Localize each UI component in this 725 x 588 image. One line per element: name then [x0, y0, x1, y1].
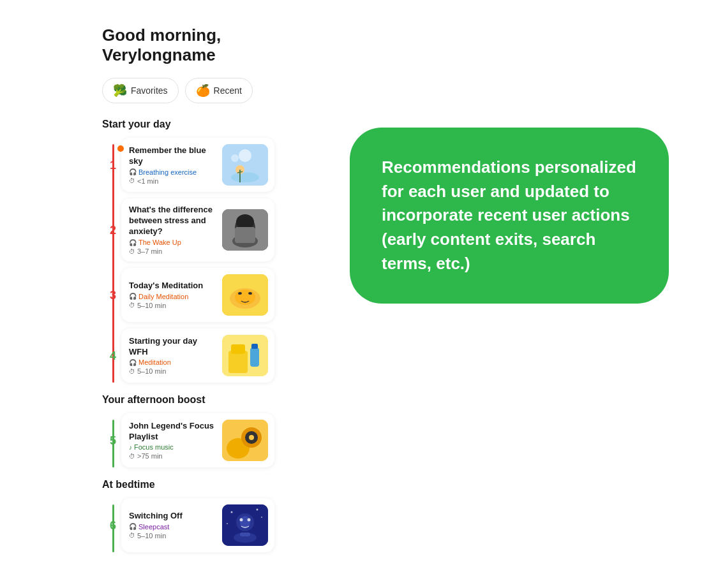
tag-label-1: Breathing exercise	[138, 168, 197, 176]
card-title-1: Remember the blue sky	[129, 145, 216, 167]
item-number-5: 5	[103, 434, 116, 447]
svg-point-31	[248, 518, 251, 522]
favorites-tab[interactable]: 🥦 Favorites	[102, 78, 179, 103]
at-bedtime-list: 6 Switching Off 🎧 Sleepcast ⏱ 5–10 min	[102, 498, 274, 552]
card-time-4: ⏱ 5–10 min	[129, 367, 216, 375]
item-number-4: 4	[103, 349, 116, 362]
bubble-text: Recommendations personalized for each us…	[382, 156, 637, 276]
clock-icon: ⏱	[129, 248, 135, 255]
right-panel: Recommendations personalized for each us…	[294, 0, 725, 329]
svg-rect-11	[235, 227, 255, 243]
card-thumb-1	[222, 144, 268, 186]
afternoon-boost-list: 5 John Legend's Focus Playlist ♪ Focus m…	[102, 413, 274, 467]
card-time-5: ⏱ >75 min	[129, 452, 216, 460]
svg-rect-19	[231, 344, 245, 354]
tag-label-3: Daily Meditation	[138, 293, 188, 300]
card-tag-4: 🎧 Meditation	[129, 358, 216, 366]
recent-label: Recent	[214, 85, 242, 96]
svg-point-2	[231, 154, 239, 162]
red-line	[112, 144, 114, 383]
card-title-3: Today's Meditation	[129, 281, 216, 291]
card-text-2: What's the difference between stress and…	[129, 205, 216, 255]
svg-point-37	[227, 523, 228, 524]
svg-point-26	[249, 435, 254, 440]
tag-label-4: Meditation	[138, 358, 171, 366]
tag-label-5: Focus music	[134, 443, 174, 451]
svg-point-36	[261, 517, 262, 518]
card-title-5: John Legend's Focus Playlist	[129, 421, 216, 443]
card-text-6: Switching Off 🎧 Sleepcast ⏱ 5–10 min	[129, 511, 216, 540]
svg-point-1	[239, 149, 251, 162]
left-panel: Good morning, Verylongname 🥦 Favorites 🍊…	[0, 0, 294, 578]
headphones-icon: 🎧	[129, 359, 137, 366]
list-item[interactable]: 4 Starting your day WFH 🎧 Meditation ⏱ 5…	[121, 328, 274, 383]
clock-icon: ⏱	[129, 302, 135, 309]
card-thumb-3	[222, 274, 268, 316]
headphones-icon: 🎧	[129, 168, 137, 175]
svg-point-35	[257, 509, 258, 511]
item-number-1: 1	[103, 158, 116, 172]
card-time-1: ⏱ <1 min	[129, 177, 216, 185]
list-item[interactable]: 2 What's the difference between stress a…	[121, 198, 274, 261]
svg-rect-33	[240, 533, 250, 536]
item-number-2: 2	[103, 223, 116, 237]
svg-rect-21	[251, 344, 258, 349]
greeting-line2: Verylongname	[102, 45, 216, 64]
list-item[interactable]: 5 John Legend's Focus Playlist ♪ Focus m…	[121, 413, 274, 467]
section-at-bedtime: At bedtime	[102, 479, 274, 490]
tabs-row: 🥦 Favorites 🍊 Recent	[102, 78, 274, 103]
music-icon: ♪	[129, 444, 132, 451]
item-number-6: 6	[103, 518, 116, 532]
card-time-2: ⏱ 3–7 min	[129, 247, 216, 255]
greeting-line1: Good morning,	[102, 26, 221, 45]
headphones-icon: 🎧	[129, 293, 137, 300]
card-title-2: What's the difference between stress and…	[129, 205, 216, 237]
card-time-6: ⏱ 5–10 min	[129, 532, 216, 540]
card-text-5: John Legend's Focus Playlist ♪ Focus mus…	[129, 421, 216, 460]
card-tag-5: ♪ Focus music	[129, 443, 216, 451]
svg-point-30	[240, 518, 243, 522]
card-tag-2: 🎧 The Wake Up	[129, 239, 216, 246]
recent-tab[interactable]: 🍊 Recent	[185, 78, 253, 103]
greeting: Good morning, Verylongname	[102, 26, 274, 65]
favorites-label: Favorites	[131, 85, 168, 96]
card-thumb-6	[222, 504, 268, 546]
card-title-6: Switching Off	[129, 511, 216, 522]
card-tag-3: 🎧 Daily Meditation	[129, 293, 216, 300]
section-start-your-day: Start your day	[102, 119, 274, 130]
card-tag-6: 🎧 Sleepcast	[129, 523, 216, 531]
card-thumb-5	[222, 420, 268, 461]
headphones-icon: 🎧	[129, 523, 137, 530]
svg-point-3	[231, 172, 259, 182]
clock-icon: ⏱	[129, 532, 135, 539]
card-text-1: Remember the blue sky 🎧 Breathing exerci…	[129, 145, 216, 185]
item-number-3: 3	[103, 288, 116, 302]
svg-rect-20	[250, 348, 259, 367]
tag-label-6: Sleepcast	[138, 523, 169, 531]
list-item[interactable]: 6 Switching Off 🎧 Sleepcast ⏱ 5–10 min	[121, 498, 274, 552]
clock-icon: ⏱	[129, 177, 135, 184]
card-time-3: ⏱ 5–10 min	[129, 302, 216, 309]
card-text-3: Today's Meditation 🎧 Daily Meditation ⏱ …	[129, 281, 216, 309]
orange-dot	[117, 145, 124, 152]
favorites-icon: 🥦	[113, 84, 127, 98]
card-thumb-4	[222, 335, 268, 376]
svg-rect-18	[228, 351, 248, 373]
clock-icon: ⏱	[129, 453, 135, 460]
list-item[interactable]: 1 Remember the blue sky 🎧 Breathing exer…	[121, 138, 274, 192]
clock-icon: ⏱	[129, 368, 135, 375]
card-tag-1: 🎧 Breathing exercise	[129, 168, 216, 176]
green-bubble: Recommendations personalized for each us…	[350, 128, 669, 304]
headphones-icon: 🎧	[129, 239, 137, 246]
card-thumb-2	[222, 209, 268, 251]
section-afternoon-boost: Your afternoon boost	[102, 394, 274, 406]
start-your-day-list: 1 Remember the blue sky 🎧 Breathing exer…	[102, 138, 274, 383]
svg-point-34	[231, 511, 233, 513]
card-title-4: Starting your day WFH	[129, 336, 216, 358]
list-item[interactable]: 3 Today's Meditation 🎧 Daily Meditation …	[121, 268, 274, 322]
tag-label-2: The Wake Up	[138, 239, 181, 246]
recent-icon: 🍊	[196, 84, 210, 98]
card-text-4: Starting your day WFH 🎧 Meditation ⏱ 5–1…	[129, 336, 216, 376]
